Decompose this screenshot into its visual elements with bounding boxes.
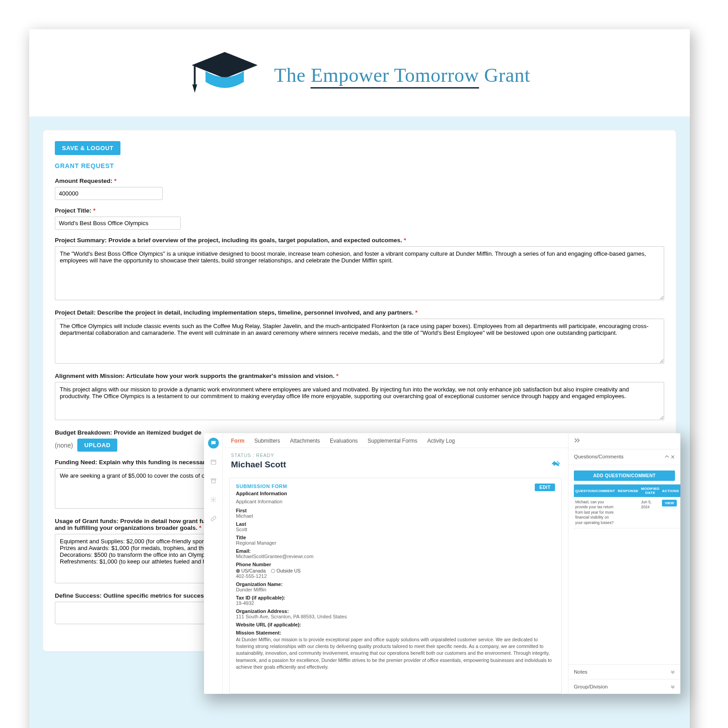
- left-rail: [204, 433, 223, 694]
- col-actions: ACTIONS: [661, 484, 680, 497]
- tab-attachments[interactable]: Attachments: [290, 438, 320, 444]
- view-button[interactable]: VIEW: [662, 500, 676, 506]
- archive-icon[interactable]: [208, 475, 219, 486]
- mission-stmt-value: At Dunder Mifflin, our mission is to pro…: [236, 636, 555, 670]
- section-title: GRANT REQUEST: [55, 162, 664, 169]
- last-label: Last: [236, 521, 555, 527]
- col-response: RESPONSE: [617, 484, 640, 497]
- gear-icon[interactable]: [208, 494, 219, 505]
- addr-value: 111 South Ave, Scranton, PA 88593, Unite…: [236, 614, 555, 619]
- org-value: Dunder Mifflin: [236, 587, 555, 592]
- col-question: QUESTION/COMMENT: [574, 484, 617, 497]
- reply-icon[interactable]: [552, 461, 560, 469]
- chat-icon[interactable]: [208, 438, 219, 448]
- project-title-label: Project Title: *: [55, 207, 664, 214]
- questions-collapse-icon[interactable]: ✕: [665, 454, 675, 460]
- title-label: Title: [236, 535, 555, 540]
- upload-button[interactable]: UPLOAD: [77, 439, 117, 452]
- title-value: Regional Manager: [236, 540, 555, 546]
- questions-title: Questions/Comments: [574, 454, 624, 460]
- question-date: Jun 5, 2024: [640, 497, 661, 528]
- phone-value: 402-555-1212: [236, 573, 555, 579]
- detail-label: Project Detail: Describe the project in …: [55, 309, 664, 316]
- phone-radio-us[interactable]: US/Canada: [236, 568, 266, 573]
- applicant-name: Michael Scott: [231, 460, 286, 470]
- summary-label: Project Summary: Provide a brief overvie…: [55, 237, 664, 244]
- org-label: Organization Name:: [236, 582, 555, 587]
- col-date: MODIFIED DATE: [640, 484, 661, 497]
- mission-label: Alignment with Mission: Articulate how y…: [55, 373, 664, 379]
- svg-point-7: [213, 499, 214, 501]
- tab-submitters[interactable]: Submitters: [254, 438, 280, 444]
- brand-header: The Empower Tomorrow Grant: [29, 29, 690, 116]
- phone-label: Phone Number: [236, 562, 555, 567]
- applicant-info-subheading: Applicant Information: [236, 499, 555, 504]
- link-icon[interactable]: [208, 513, 219, 524]
- budget-none-text: (none): [55, 442, 73, 449]
- first-value: Michael: [236, 513, 555, 519]
- questions-table: QUESTION/COMMENT RESPONSE MODIFIED DATE …: [574, 484, 680, 528]
- last-value: Scott: [236, 527, 555, 532]
- tax-label: Tax ID (if applicable):: [236, 595, 555, 600]
- table-row: Michael, can you provide your tax return…: [574, 497, 680, 528]
- mission-stmt-label: Mission Statement:: [236, 630, 555, 635]
- calendar-icon[interactable]: [208, 457, 219, 467]
- addr-label: Organization Address:: [236, 608, 555, 614]
- svg-marker-2: [192, 84, 197, 93]
- detail-textarea[interactable]: [55, 319, 664, 364]
- graduation-cap-logo-icon: [189, 47, 261, 103]
- submission-detail-window: Form Submitters Attachments Evaluations …: [204, 433, 680, 694]
- add-question-button[interactable]: ADD QUESTION/COMMENT: [574, 471, 675, 481]
- tab-form[interactable]: Form: [231, 438, 244, 444]
- amount-input[interactable]: [55, 187, 163, 200]
- url-label: Website URL (if applicable):: [236, 622, 555, 627]
- phone-radio-outside[interactable]: Outside US: [271, 568, 301, 573]
- group-expand-icon[interactable]: [670, 684, 675, 689]
- submission-form-card: SUBMISSION FORM Applicant Information ED…: [229, 478, 562, 694]
- submission-header: SUBMISSION FORM: [236, 484, 287, 489]
- mission-textarea[interactable]: [55, 382, 664, 420]
- email-value: MichaelScottGrantee@reviewr.com: [236, 554, 555, 559]
- question-text: Michael, can you provide your tax return…: [574, 497, 617, 528]
- applicant-info-heading: Applicant Information: [236, 491, 287, 496]
- tax-value: 19-4932: [236, 600, 555, 606]
- edit-button[interactable]: EDIT: [535, 484, 555, 491]
- svg-marker-0: [192, 52, 258, 79]
- status-text: STATUS : READY: [223, 448, 568, 460]
- tab-supplemental[interactable]: Supplemental Forms: [368, 438, 417, 444]
- amount-label: Amount Requested: *: [55, 178, 664, 184]
- brand-title: The Empower Tomorrow Grant: [274, 64, 530, 87]
- collapse-icon[interactable]: [568, 433, 680, 449]
- svg-rect-3: [211, 460, 216, 464]
- project-title-input[interactable]: [55, 217, 181, 230]
- summary-textarea[interactable]: [55, 246, 664, 300]
- save-logout-button[interactable]: SAVE & LOGOUT: [55, 141, 120, 155]
- notes-title: Notes: [574, 669, 587, 675]
- tab-activity-log[interactable]: Activity Log: [427, 438, 455, 444]
- first-label: First: [236, 508, 555, 513]
- email-label: Email:: [236, 548, 555, 554]
- group-title: Group/Division: [574, 684, 608, 689]
- tab-evaluations[interactable]: Evaluations: [330, 438, 358, 444]
- detail-tabs: Form Submitters Attachments Evaluations …: [223, 433, 568, 448]
- svg-rect-6: [211, 480, 215, 483]
- notes-expand-icon[interactable]: [670, 669, 675, 675]
- right-panel: Questions/Comments ✕ ADD QUESTION/COMMEN…: [568, 433, 680, 694]
